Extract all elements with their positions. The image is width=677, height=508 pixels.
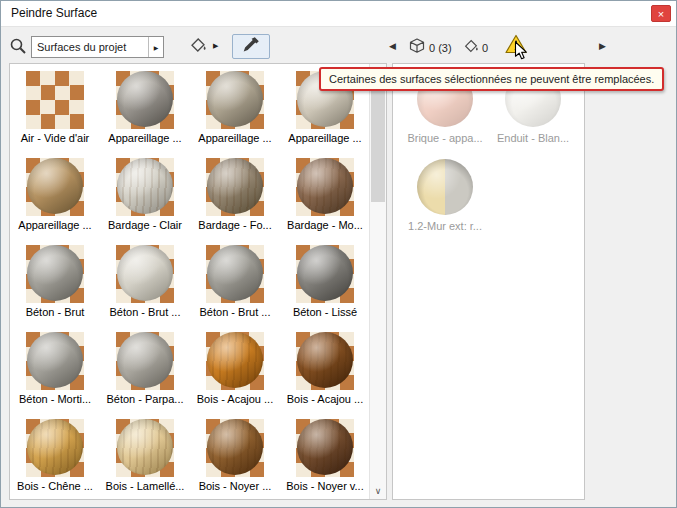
material-label: Bois - Lamellé... bbox=[100, 480, 190, 492]
material-label: Bois - Chêne ... bbox=[10, 480, 100, 492]
material-sphere bbox=[117, 245, 173, 301]
material-label: Bois - Noyer v... bbox=[280, 480, 370, 492]
material-label: Brique - appa... bbox=[401, 132, 489, 144]
paint-bucket-button[interactable] bbox=[185, 34, 211, 59]
close-button[interactable]: × bbox=[651, 5, 671, 22]
material-sphere bbox=[207, 245, 263, 301]
material-sphere bbox=[297, 332, 353, 388]
material-item[interactable]: Bois - Acajou ... bbox=[280, 325, 370, 412]
selection-surfaces-panel: Brique - appa...Enduit - Blan...1.2-Mur … bbox=[392, 63, 585, 500]
material-item[interactable]: Béton - Brut ... bbox=[100, 238, 190, 325]
scroll-down-button[interactable]: ∨ bbox=[370, 483, 386, 499]
material-thumbnail bbox=[26, 419, 84, 477]
material-thumbnail bbox=[116, 332, 174, 390]
material-label: Bois - Acajou ... bbox=[280, 393, 370, 405]
material-item[interactable]: Bois - Chêne ... bbox=[10, 412, 100, 499]
material-thumbnail bbox=[116, 419, 174, 477]
material-thumbnail bbox=[26, 158, 84, 216]
warning-tooltip-text: Certaines des surfaces sélectionnées ne … bbox=[329, 73, 654, 85]
material-item[interactable]: 1.2-Mur ext: r... bbox=[401, 152, 489, 240]
paint-surface-dialog: Peindre Surface × Surfaces du projet ▶ ▶… bbox=[0, 0, 677, 508]
material-item[interactable]: Bois - Noyer v... bbox=[280, 412, 370, 499]
material-label: Béton - Brut ... bbox=[100, 306, 190, 318]
material-thumbnail bbox=[116, 245, 174, 303]
material-label: Appareillage ... bbox=[190, 132, 280, 144]
eyedropper-icon bbox=[241, 35, 261, 58]
material-label: Air - Vide d'air bbox=[10, 132, 100, 144]
paint-bucket-dropdown-icon[interactable]: ▶ bbox=[213, 42, 218, 50]
vertical-scrollbar[interactable]: ∧ ∨ bbox=[369, 64, 386, 499]
warning-tooltip: Certaines des surfaces sélectionnées ne … bbox=[319, 67, 664, 91]
material-item[interactable]: Bois - Noyer ... bbox=[190, 412, 280, 499]
material-label: Béton - Parpa... bbox=[100, 393, 190, 405]
mouse-cursor bbox=[514, 41, 527, 65]
scrollbar-thumb[interactable] bbox=[371, 82, 385, 202]
surface-source-combo[interactable]: Surfaces du projet ▶ bbox=[31, 36, 164, 58]
material-thumbnail bbox=[206, 332, 264, 390]
material-sphere bbox=[417, 159, 473, 215]
material-thumbnail bbox=[296, 332, 354, 390]
material-sphere bbox=[207, 158, 263, 214]
material-label: Bardage - Fo... bbox=[190, 219, 280, 231]
material-item[interactable]: Béton - Parpa... bbox=[100, 325, 190, 412]
material-thumbnail bbox=[206, 419, 264, 477]
material-sphere bbox=[207, 71, 263, 127]
material-item[interactable]: Bardage - Mo... bbox=[280, 151, 370, 238]
title-bar[interactable]: Peindre Surface × bbox=[1, 1, 676, 27]
material-thumbnail bbox=[416, 159, 474, 217]
material-item[interactable]: Béton - Brut bbox=[10, 238, 100, 325]
selected-elements-count: 0 (3) bbox=[429, 42, 452, 54]
material-item[interactable]: Béton - Brut ... bbox=[190, 238, 280, 325]
material-sphere bbox=[27, 158, 83, 214]
material-thumbnail bbox=[116, 71, 174, 129]
material-label: Appareillage ... bbox=[100, 132, 190, 144]
material-sphere bbox=[297, 419, 353, 475]
material-label: Appareillage ... bbox=[280, 132, 370, 144]
material-label: Bardage - Clair bbox=[100, 219, 190, 231]
material-sphere bbox=[117, 71, 173, 127]
collapse-left-button[interactable]: ◀ bbox=[389, 41, 396, 51]
material-label: 1.2-Mur ext: r... bbox=[401, 220, 489, 232]
material-item[interactable]: Appareillage ... bbox=[190, 64, 280, 151]
material-item[interactable]: Bardage - Fo... bbox=[190, 151, 280, 238]
material-sphere bbox=[27, 245, 83, 301]
material-label: Béton - Morti... bbox=[10, 393, 100, 405]
material-sphere bbox=[297, 245, 353, 301]
material-thumbnail bbox=[206, 245, 264, 303]
expand-right-button[interactable]: ▶ bbox=[599, 41, 606, 51]
material-label: Bardage - Mo... bbox=[280, 219, 370, 231]
material-item[interactable]: Appareillage ... bbox=[10, 151, 100, 238]
material-thumbnail bbox=[26, 71, 84, 129]
material-sphere bbox=[297, 158, 353, 214]
material-item[interactable]: Appareillage ... bbox=[100, 64, 190, 151]
material-label: Béton - Brut ... bbox=[190, 306, 280, 318]
project-surfaces-panel: Air - Vide d'airAppareillage ...Appareil… bbox=[9, 63, 387, 500]
material-thumbnail bbox=[296, 245, 354, 303]
material-thumbnail bbox=[116, 158, 174, 216]
material-label: Béton - Brut bbox=[10, 306, 100, 318]
surface-source-menu-button[interactable]: ▶ bbox=[148, 37, 163, 57]
material-sphere bbox=[207, 332, 263, 388]
material-thumbnail bbox=[296, 158, 354, 216]
window-title: Peindre Surface bbox=[11, 1, 97, 26]
material-thumbnail bbox=[296, 419, 354, 477]
material-item[interactable]: Béton - Morti... bbox=[10, 325, 100, 412]
eyedropper-button[interactable] bbox=[232, 34, 270, 59]
search-icon bbox=[9, 37, 27, 59]
material-sphere bbox=[117, 158, 173, 214]
material-item[interactable]: Béton - Lissé bbox=[280, 238, 370, 325]
material-sphere bbox=[207, 419, 263, 475]
material-item[interactable]: Bardage - Clair bbox=[100, 151, 190, 238]
material-label: Bois - Acajou ... bbox=[190, 393, 280, 405]
material-item[interactable]: Bois - Acajou ... bbox=[190, 325, 280, 412]
material-item[interactable]: Air - Vide d'air bbox=[10, 64, 100, 151]
material-sphere bbox=[117, 332, 173, 388]
material-label: Enduit - Blan... bbox=[489, 132, 577, 144]
painted-count: 0 bbox=[482, 42, 488, 54]
material-label: Appareillage ... bbox=[10, 219, 100, 231]
material-item[interactable]: Bois - Lamellé... bbox=[100, 412, 190, 499]
element-cube-icon bbox=[408, 37, 426, 59]
material-thumbnail bbox=[206, 71, 264, 129]
material-sphere bbox=[27, 419, 83, 475]
material-sphere bbox=[27, 332, 83, 388]
